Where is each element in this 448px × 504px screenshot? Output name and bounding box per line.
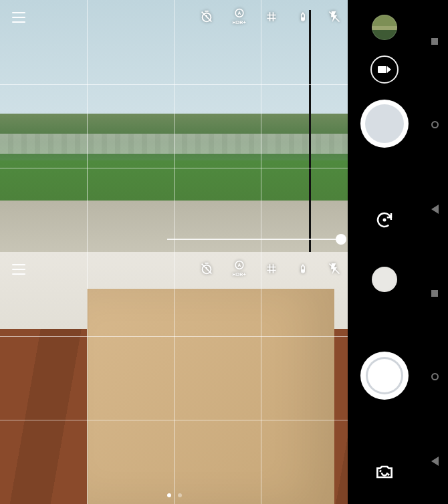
svg-text:A: A [237,263,241,267]
nav-home-icon[interactable] [431,121,439,128]
nav-recent-icon[interactable] [431,290,438,297]
grid-icon[interactable] [265,10,278,23]
svg-point-10 [302,269,304,271]
menu-button[interactable] [12,12,25,23]
video-icon [378,66,391,73]
svg-point-5 [383,219,386,222]
exposure-slider[interactable] [167,239,341,240]
white-balance-icon[interactable] [297,9,309,24]
svg-point-4 [302,17,304,19]
timer-off-icon[interactable] [199,261,214,276]
gallery-thumbnail[interactable] [372,267,397,292]
top-settings-row: A HDR+ [199,260,341,277]
hdr-auto-icon[interactable]: A HDR+ [233,260,246,277]
grid-icon[interactable] [265,262,278,275]
page-dot [178,493,182,497]
hdr-auto-icon[interactable]: A HDR+ [233,8,246,25]
system-nav-bar [421,252,448,504]
shutter-button[interactable] [360,352,409,400]
camera-screenshot-2: A HDR+ [0,252,448,504]
timer-off-icon[interactable] [199,9,214,24]
svg-text:A: A [237,11,241,15]
hdr-label: HDR+ [233,20,246,25]
nav-back-icon[interactable] [431,205,439,214]
switch-camera-button[interactable] [371,459,398,485]
camera-screenshot-1: A HDR+ [0,0,448,252]
nav-recent-icon[interactable] [431,38,438,45]
switch-camera-button[interactable] [371,207,398,233]
flash-off-icon[interactable] [328,9,341,24]
top-settings-row: A HDR+ [199,8,341,25]
control-strip [348,0,421,252]
control-strip [348,252,421,504]
hdr-label: HDR+ [233,272,246,277]
nav-home-icon[interactable] [431,373,439,380]
flash-off-icon[interactable] [328,261,341,276]
gallery-thumbnail[interactable] [372,15,397,40]
video-mode-button[interactable] [370,55,399,84]
menu-button[interactable] [12,264,25,275]
exposure-slider-knob[interactable] [336,234,346,245]
page-dot-active [167,493,171,497]
system-nav-bar [421,0,448,252]
white-balance-icon[interactable] [297,261,309,276]
nav-back-icon[interactable] [431,457,439,466]
mode-page-indicator [167,493,182,497]
shutter-button[interactable] [360,100,409,148]
